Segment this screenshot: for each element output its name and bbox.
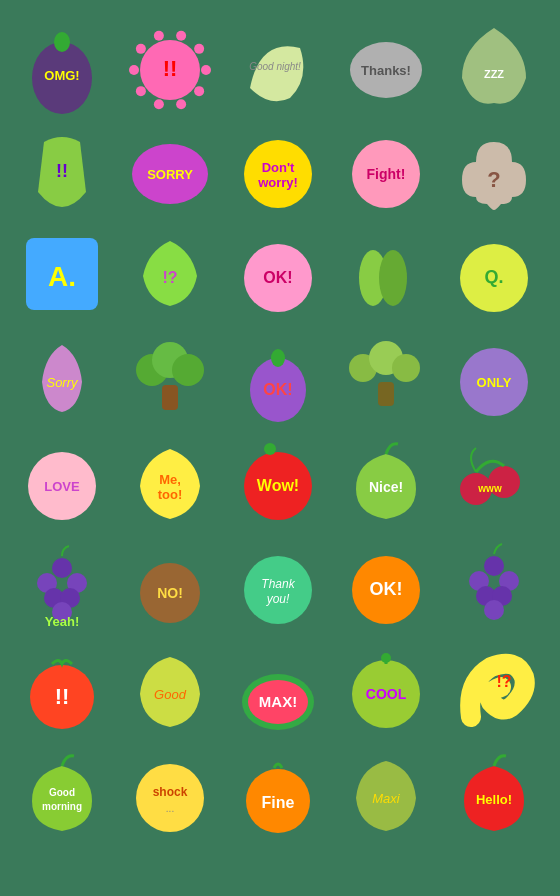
- svg-point-47: [392, 354, 420, 382]
- sticker-question[interactable]: ?: [446, 122, 542, 218]
- sticker-goodmorning[interactable]: Good morning: [14, 746, 110, 842]
- sticker-ok3[interactable]: OK!: [338, 538, 434, 634]
- sticker-exclaim[interactable]: !!: [122, 18, 218, 114]
- sticker-broccoli[interactable]: [122, 330, 218, 426]
- svg-text:too!: too!: [158, 487, 183, 502]
- svg-text:Fight!: Fight!: [367, 166, 406, 182]
- svg-point-7: [154, 99, 164, 109]
- sticker-fine[interactable]: Fine: [230, 746, 326, 842]
- sticker-ok1[interactable]: OK!: [230, 226, 326, 322]
- sticker-www[interactable]: www: [446, 434, 542, 530]
- sticker-grapes2[interactable]: [446, 538, 542, 634]
- svg-point-34: [379, 250, 407, 306]
- svg-text:SORRY: SORRY: [147, 167, 193, 182]
- svg-text:NO!: NO!: [157, 585, 183, 601]
- svg-text:ZZZ: ZZZ: [484, 68, 504, 80]
- svg-text:Q.: Q.: [484, 267, 503, 287]
- sticker-slash[interactable]: !?: [122, 226, 218, 322]
- sticker-dontworry[interactable]: Don't worry!: [230, 122, 326, 218]
- sticker-veggie2[interactable]: [338, 330, 434, 426]
- sticker-grid: OMG! !! Good night! Thanks! ZZZ !! SORRY…: [6, 10, 554, 850]
- sticker-maxi[interactable]: Maxi: [338, 746, 434, 842]
- svg-text:you!: you!: [266, 592, 290, 606]
- svg-text:MAX!: MAX!: [259, 693, 297, 710]
- sticker-exclaim3[interactable]: !!: [14, 642, 110, 738]
- svg-point-8: [136, 86, 146, 96]
- sticker-metoo[interactable]: Me, too!: [122, 434, 218, 530]
- svg-rect-48: [378, 382, 394, 406]
- sticker-no[interactable]: NO!: [122, 538, 218, 634]
- sticker-cool[interactable]: COOL: [338, 642, 434, 738]
- svg-text:Maxi: Maxi: [372, 791, 401, 806]
- sticker-exclaim4[interactable]: !?: [446, 642, 542, 738]
- svg-text:Good: Good: [154, 687, 187, 702]
- svg-point-56: [264, 443, 276, 455]
- svg-text:OK!: OK!: [263, 269, 292, 286]
- svg-text:!?: !?: [162, 269, 177, 286]
- svg-text:morning: morning: [42, 801, 82, 812]
- svg-text:!!: !!: [163, 56, 178, 81]
- sticker-omg[interactable]: OMG!: [14, 18, 110, 114]
- svg-text:Good night!: Good night!: [249, 61, 301, 72]
- svg-text:...: ...: [166, 803, 174, 814]
- svg-text:OMG!: OMG!: [44, 68, 79, 83]
- svg-text:Thank: Thank: [261, 577, 295, 591]
- svg-text:Sorry: Sorry: [46, 375, 79, 390]
- sticker-shock[interactable]: shock ...: [122, 746, 218, 842]
- sticker-zzz[interactable]: ZZZ: [446, 18, 542, 114]
- svg-point-6: [176, 99, 186, 109]
- svg-text:COOL: COOL: [366, 686, 407, 702]
- sticker-a[interactable]: A.: [14, 226, 110, 322]
- svg-text:LOVE: LOVE: [44, 479, 80, 494]
- svg-text:OK!: OK!: [370, 579, 403, 599]
- svg-text:!?: !?: [496, 673, 511, 690]
- svg-text:?: ?: [487, 167, 500, 192]
- sticker-exclaim2[interactable]: !!: [14, 122, 110, 218]
- svg-text:Don't: Don't: [262, 160, 295, 175]
- svg-text:Me,: Me,: [159, 472, 181, 487]
- sticker-nice[interactable]: Nice!: [338, 434, 434, 530]
- svg-text:Nice!: Nice!: [369, 479, 403, 495]
- svg-text:A.: A.: [48, 261, 76, 292]
- sticker-q2[interactable]: Q.: [446, 226, 542, 322]
- svg-text:shock: shock: [153, 785, 188, 799]
- sticker-goodnight[interactable]: Good night!: [230, 18, 326, 114]
- svg-text:!!: !!: [56, 161, 68, 181]
- svg-point-40: [172, 354, 204, 386]
- svg-point-62: [52, 558, 72, 578]
- svg-text:Fine: Fine: [262, 794, 295, 811]
- svg-rect-41: [162, 385, 178, 410]
- sticker-thanks[interactable]: Thanks!: [338, 18, 434, 114]
- svg-text:ONLY: ONLY: [477, 375, 512, 390]
- sticker-only[interactable]: ONLY: [446, 330, 542, 426]
- svg-point-43: [271, 349, 285, 367]
- svg-text:Wow!: Wow!: [257, 477, 299, 494]
- svg-point-13: [194, 44, 204, 54]
- sticker-sorry2[interactable]: Sorry: [14, 330, 110, 426]
- sticker-ok2[interactable]: OK!: [230, 330, 326, 426]
- svg-text:Thanks!: Thanks!: [361, 63, 411, 78]
- svg-point-9: [129, 65, 139, 75]
- sticker-thankyou[interactable]: Thank you!: [230, 538, 326, 634]
- svg-point-10: [136, 44, 146, 54]
- sticker-good[interactable]: Good: [122, 642, 218, 738]
- svg-text:worry!: worry!: [257, 175, 298, 190]
- svg-point-4: [201, 65, 211, 75]
- svg-text:Yeah!: Yeah!: [45, 614, 80, 629]
- sticker-love[interactable]: LOVE: [14, 434, 110, 530]
- sticker-yeah[interactable]: Yeah!: [14, 538, 110, 634]
- sticker-beans[interactable]: [338, 226, 434, 322]
- svg-point-12: [176, 31, 186, 41]
- svg-point-76: [484, 556, 504, 576]
- svg-text:Hello!: Hello!: [476, 792, 512, 807]
- sticker-fight[interactable]: Fight!: [338, 122, 434, 218]
- svg-point-5: [194, 86, 204, 96]
- sticker-wow[interactable]: Wow!: [230, 434, 326, 530]
- sticker-max[interactable]: MAX!: [230, 642, 326, 738]
- svg-text:!!: !!: [55, 684, 70, 709]
- sticker-hello[interactable]: Hello!: [446, 746, 542, 842]
- svg-point-1: [54, 32, 70, 52]
- svg-text:www: www: [477, 483, 502, 494]
- sticker-sorry[interactable]: SORRY: [122, 122, 218, 218]
- svg-text:OK!: OK!: [263, 381, 292, 398]
